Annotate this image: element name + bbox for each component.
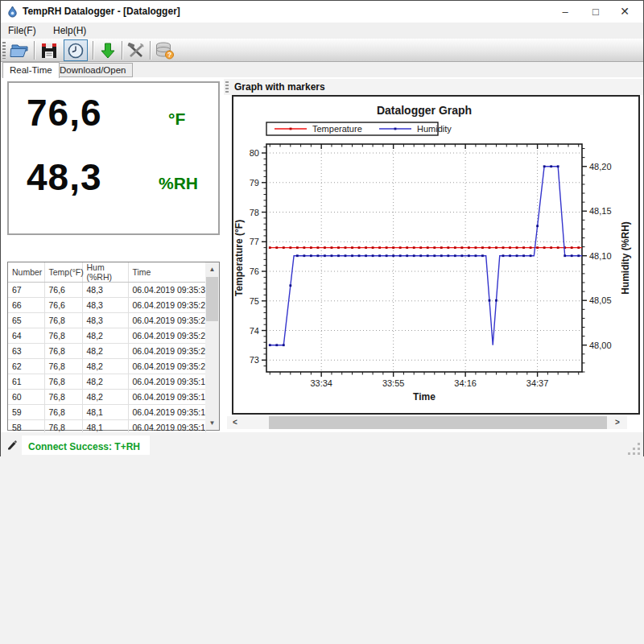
svg-text:Humidity: Humidity xyxy=(417,124,452,134)
resize-grip-icon[interactable] xyxy=(625,442,640,455)
save-floppy-icon xyxy=(40,42,58,60)
table-cell: 06.04.2019 09:35:29 xyxy=(128,298,205,313)
table-cell: 76,8 xyxy=(44,359,82,374)
svg-text:Temperature: Temperature xyxy=(312,124,362,134)
svg-text:73: 73 xyxy=(250,355,259,365)
log-table: NumberTemp(°F)Hum (%RH)Time 6776,648,306… xyxy=(8,262,206,436)
table-cell: 67 xyxy=(8,283,44,298)
table-cell: 76,8 xyxy=(44,374,82,390)
table-cell: 61 xyxy=(8,374,44,390)
table-cell: 62 xyxy=(8,359,44,374)
chart-container: 737475767778798048,0048,0548,1048,1548,2… xyxy=(232,95,640,415)
table-row[interactable]: 5976,848,106.04.2019 09:35:14 xyxy=(8,405,205,420)
svg-text:75: 75 xyxy=(250,296,259,306)
menu-help[interactable]: Help(H) xyxy=(46,23,93,39)
svg-text:80: 80 xyxy=(250,148,259,158)
scroll-up-icon[interactable]: ▲ xyxy=(205,262,219,276)
settings-tools-button[interactable] xyxy=(124,39,148,61)
datalogger-chart: 737475767778798048,0048,0548,1048,1548,2… xyxy=(233,97,638,413)
download-arrow-icon xyxy=(99,42,117,60)
scroll-right-icon[interactable]: > xyxy=(609,416,625,429)
connection-status-button[interactable]: ? xyxy=(153,39,177,61)
svg-text:74: 74 xyxy=(250,326,259,336)
table-cell: 60 xyxy=(8,390,44,405)
table-cell: 06.04.2019 09:35:23 xyxy=(128,344,205,359)
svg-text:78: 78 xyxy=(250,208,259,217)
download-button[interactable] xyxy=(96,39,120,61)
svg-text:Humidity (%RH): Humidity (%RH) xyxy=(620,221,631,295)
table-cell: 76,6 xyxy=(44,283,82,298)
minimize-button[interactable]: – xyxy=(551,1,579,23)
column-header: Time xyxy=(128,262,205,283)
toolbar-grip[interactable] xyxy=(2,42,6,59)
table-row[interactable]: 6576,848,306.04.2019 09:35:27 xyxy=(8,313,205,328)
table-cell: 64 xyxy=(8,328,44,344)
column-header: Temp(°F) xyxy=(44,262,82,283)
table-cell: 48,2 xyxy=(82,344,128,359)
readout-panel: 76,6 °F 48,3 %RH xyxy=(7,81,220,235)
real-time-page: 76,6 °F 48,3 %RH NumberTemp(°F)Hum (%RH)… xyxy=(1,77,643,432)
table-cell: 48,2 xyxy=(82,328,128,344)
table-row[interactable]: 6176,848,206.04.2019 09:35:18 xyxy=(8,374,205,390)
scroll-down-icon[interactable]: ▼ xyxy=(205,416,219,430)
humidity-value: 48,3 xyxy=(27,155,102,199)
graph-panel-title: Graph with markers xyxy=(234,81,325,93)
tab-strip: Real-Time Download/Open xyxy=(1,62,643,77)
table-row[interactable]: 6776,648,306.04.2019 09:35:31 xyxy=(8,283,205,298)
table-row[interactable]: 6276,848,206.04.2019 09:35:21 xyxy=(8,359,205,374)
svg-text:48,10: 48,10 xyxy=(589,251,612,261)
table-header-row: NumberTemp(°F)Hum (%RH)Time xyxy=(8,262,205,283)
toolbar-separator xyxy=(122,41,122,60)
svg-text:Temperature (°F): Temperature (°F) xyxy=(233,220,245,296)
svg-text:?: ? xyxy=(167,51,171,59)
table-cell: 48,3 xyxy=(82,313,128,328)
scroll-left-icon[interactable]: < xyxy=(227,416,243,429)
table-cell: 76,6 xyxy=(44,298,82,313)
open-file-button[interactable] xyxy=(7,39,31,61)
svg-text:33:55: 33:55 xyxy=(382,378,405,388)
clock-icon xyxy=(67,42,85,60)
status-message: Connect Success: T+RH xyxy=(28,441,140,452)
save-button[interactable] xyxy=(37,39,61,61)
chart-scrollbar[interactable]: < > xyxy=(227,416,627,429)
table-row[interactable]: 6376,848,206.04.2019 09:35:23 xyxy=(8,344,205,359)
table-cell: 48,3 xyxy=(82,298,128,313)
database-question-icon: ? xyxy=(155,41,175,60)
table-cell: 76,8 xyxy=(44,405,82,420)
table-cell: 59 xyxy=(8,405,44,420)
graph-panel: Graph with markers 737475767778798048,00… xyxy=(224,79,643,431)
menu-file[interactable]: File(F) xyxy=(1,23,43,39)
table-scrollbar[interactable]: ▲ ▼ xyxy=(205,262,219,430)
table-cell: 06.04.2019 09:35:14 xyxy=(128,405,205,420)
close-button[interactable]: ✕ xyxy=(611,1,638,23)
chart-scroll-thumb[interactable] xyxy=(269,416,607,429)
log-table-panel: NumberTemp(°F)Hum (%RH)Time 6776,648,306… xyxy=(7,262,220,431)
svg-text:48,00: 48,00 xyxy=(589,341,612,350)
status-bar: Connect Success: T+RH xyxy=(1,432,643,457)
table-cell: 06.04.2019 09:35:21 xyxy=(128,359,205,374)
tab-real-time[interactable]: Real-Time xyxy=(2,62,60,78)
table-cell: 76,8 xyxy=(44,390,82,405)
svg-text:48,15: 48,15 xyxy=(589,206,612,216)
maximize-button[interactable]: □ xyxy=(582,1,609,23)
table-cell: 65 xyxy=(8,313,44,328)
status-message-chip: Connect Success: T+RH xyxy=(22,436,150,455)
graph-panel-grip[interactable] xyxy=(225,81,229,93)
table-scroll-thumb[interactable] xyxy=(206,277,218,321)
table-cell: 48,2 xyxy=(82,374,128,390)
table-cell: 48,2 xyxy=(82,359,128,374)
table-row[interactable]: 6476,848,206.04.2019 09:35:25 xyxy=(8,328,205,344)
menu-bar: File(F) Help(H) xyxy=(1,23,643,39)
tab-download-open[interactable]: Download/Open xyxy=(53,63,133,77)
table-cell: 63 xyxy=(8,344,44,359)
pen-status-icon xyxy=(6,438,19,451)
table-cell: 48,2 xyxy=(82,390,128,405)
table-row[interactable]: 6676,648,306.04.2019 09:35:29 xyxy=(8,298,205,313)
svg-text:79: 79 xyxy=(250,178,259,188)
toolbar-separator xyxy=(34,41,35,60)
app-window: TempRH Datalogger - [Datalogger] – □ ✕ F… xyxy=(0,0,644,456)
table-cell: 06.04.2019 09:35:31 xyxy=(128,283,205,298)
table-row[interactable]: 6076,848,206.04.2019 09:35:16 xyxy=(8,390,205,405)
toolbar-separator xyxy=(93,41,93,60)
clock-sync-button[interactable] xyxy=(64,39,88,61)
